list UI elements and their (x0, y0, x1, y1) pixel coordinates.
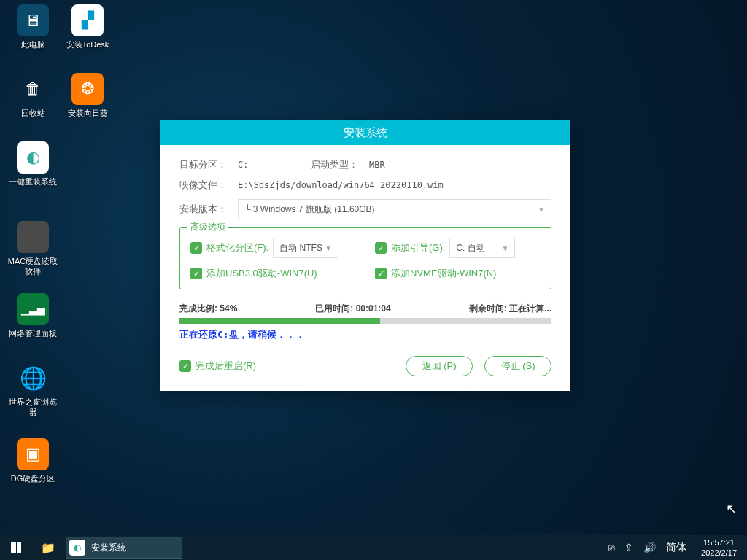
elapsed-time: 已用时间: 00:01:04 (315, 303, 390, 315)
progress-fill (179, 318, 380, 324)
format-partition-checkbox[interactable]: ✓ (190, 242, 202, 254)
desktop-icon-reinstall[interactable]: ◐一键重装系统 (7, 141, 58, 187)
add-boot-label: 添加引导(G): (391, 241, 445, 254)
progress-bar (179, 318, 551, 324)
image-file-value: E:\SdsZjds/download/win764_20220110.wim (238, 180, 551, 190)
add-boot-checkbox[interactable]: ✓ (375, 242, 387, 254)
desktop-icon-dg[interactable]: ▣DG硬盘分区 (7, 438, 58, 483)
target-partition-value: C: (238, 160, 311, 170)
add-usb3-checkbox[interactable]: ✓ (190, 268, 202, 279)
install-version-select[interactable]: └ 3 Windows 7 旗舰版 (11.60GB) ▼ (238, 199, 551, 219)
status-text: 正在还原C:盘，请稍候．．． (179, 328, 551, 341)
image-file-label: 映像文件： (179, 179, 238, 192)
chevron-down-icon: ▼ (325, 244, 332, 252)
install-window: 安装系统 目标分区： C: 启动类型： MBR 映像文件： E:\SdsZjds… (160, 120, 570, 391)
window-title: 安装系统 (160, 120, 570, 145)
install-version-label: 安装版本： (179, 203, 238, 216)
chevron-down-icon: ▼ (538, 206, 545, 214)
desktop-icon-mac-disk[interactable]: MAC硬盘读取软件 (7, 221, 58, 276)
advanced-options-fieldset: 高级选项 ✓ 格式化分区(F): 自动 NTFS ▼ ✓ 添加引导(G): C:… (179, 227, 551, 289)
progress-percent: 完成比例: 54% (179, 303, 237, 315)
desktop-icon-sunflower[interactable]: ❂安装向日葵 (62, 73, 113, 118)
stop-button[interactable]: 停止 (S) (484, 356, 551, 376)
windows-logo-icon (11, 542, 21, 553)
file-explorer-button[interactable]: 📁 (32, 535, 64, 560)
desktop-icon-recycle-bin[interactable]: 🗑回收站 (7, 73, 58, 118)
desktop-icon-this-pc[interactable]: 🖥此电脑 (7, 4, 58, 50)
desktop-icon-browser[interactable]: 🌐世界之窗浏览器 (7, 362, 58, 417)
restart-after-label: 完成后重启(R) (196, 359, 256, 373)
system-tray: ⎚ ⇪ 🔊 简体 15:57:21 2022/2/17 (608, 537, 747, 558)
folder-icon: 📁 (41, 541, 55, 555)
remaining-time: 剩余时间: 正在计算... (469, 303, 551, 315)
add-nvme-label: 添加NVME驱动-WIN7(N) (391, 267, 496, 280)
volume-icon[interactable]: 🔊 (643, 542, 656, 553)
taskbar: 📁 ◐ 安装系统 ⎚ ⇪ 🔊 简体 15:57:21 2022/2/17 (0, 535, 747, 560)
desktop-icon-todesk[interactable]: ▞安装ToDesk (62, 4, 113, 50)
installer-icon: ◐ (69, 540, 85, 556)
chevron-down-icon: ▼ (501, 244, 508, 252)
start-button[interactable] (0, 535, 32, 560)
add-usb3-label: 添加USB3.0驱动-WIN7(U) (206, 267, 317, 280)
target-partition-label: 目标分区： (179, 158, 238, 171)
format-type-select[interactable]: 自动 NTFS ▼ (273, 238, 338, 258)
restart-after-checkbox[interactable]: ✓ (179, 360, 191, 372)
boot-type-value: MBR (369, 160, 551, 170)
ime-indicator[interactable]: 简体 (666, 541, 686, 554)
taskbar-item-installer[interactable]: ◐ 安装系统 (66, 537, 182, 559)
back-button[interactable]: 返回 (P) (406, 356, 473, 376)
format-partition-label: 格式化分区(F): (206, 241, 268, 254)
clock[interactable]: 15:57:21 2022/2/17 (697, 537, 741, 558)
boot-type-label: 启动类型： (311, 158, 369, 171)
add-nvme-checkbox[interactable]: ✓ (375, 268, 387, 279)
boot-drive-select[interactable]: C: 自动 ▼ (449, 238, 515, 258)
usb-icon[interactable]: ⇪ (624, 542, 633, 553)
advanced-options-legend: 高级选项 (187, 221, 228, 233)
desktop-icon-network-panel[interactable]: ▁▃▅网络管理面板 (7, 293, 58, 338)
network-icon[interactable]: ⎚ (608, 542, 614, 553)
